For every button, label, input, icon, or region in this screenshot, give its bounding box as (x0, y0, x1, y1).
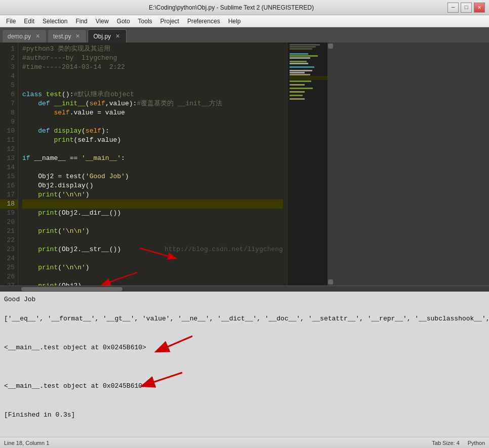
output-line-13: [Finished in 0.3s] (4, 410, 485, 420)
menu-help[interactable]: Help (224, 17, 245, 26)
code-line-1: #python3 类的实现及其运用 (22, 45, 283, 54)
tab-obj-py[interactable]: Obj.py ✕ (88, 29, 127, 43)
code-line-19: print(Obj2.__dir__()) (22, 209, 283, 218)
menubar: File Edit Selection Find View Goto Tools… (0, 15, 489, 27)
tab-bar: demo.py ✕ test.py ✕ Obj.py ✕ (0, 27, 489, 43)
code-line-24 (22, 254, 283, 263)
code-line-7: def __init__(self,value):#覆盖基类的 __init__… (22, 99, 283, 108)
code-line-8: self.value = value (22, 108, 283, 117)
menu-preferences[interactable]: Preferences (183, 17, 224, 26)
tab-label: Obj.py (93, 33, 111, 40)
statusbar-right: Tab Size: 4 Python (432, 440, 485, 446)
tab-close-icon[interactable]: ✕ (34, 33, 41, 40)
menu-view[interactable]: View (92, 17, 113, 26)
titlebar-title: E:\Coding\python\Obj.py - Sublime Text 2… (15, 4, 447, 11)
code-line-12 (22, 145, 283, 154)
code-line-15: Obj2 = test('Good Job') (22, 172, 283, 181)
output-line-4 (4, 323, 485, 333)
code-line-21: print('\n\n') (22, 227, 283, 236)
status-position: Line 18, Column 1 (4, 440, 49, 446)
code-content[interactable]: #python3 类的实现及其运用 #author----by liygchen… (18, 43, 287, 286)
menu-goto[interactable]: Goto (113, 17, 134, 26)
status-language: Python (468, 440, 485, 446)
menu-file[interactable]: File (2, 17, 20, 26)
menu-project[interactable]: Project (156, 17, 183, 26)
menu-tools[interactable]: Tools (134, 17, 156, 26)
output-line-10: <__main__.test object at 0x0245B610> (4, 381, 485, 391)
output-line-2 (4, 304, 485, 314)
tab-close-icon[interactable]: ✕ (74, 33, 81, 40)
code-editor[interactable]: 1 2 3 4 5 6 7 8 9 10 11 12 13 14 15 16 1… (0, 43, 328, 286)
line-numbers: 1 2 3 4 5 6 7 8 9 10 11 12 13 14 15 16 1… (0, 43, 18, 286)
output-line-11 (4, 391, 485, 400)
output-line-12 (4, 400, 485, 410)
code-line-13: if __name__ == '__main__': (22, 154, 283, 163)
window-controls: ─ □ ✕ (447, 3, 485, 13)
tab-label: test.py (53, 33, 71, 40)
code-line-3: #time-----2014-03-14 2:22 (22, 63, 283, 72)
tab-demo-py[interactable]: demo.py ✕ (2, 29, 47, 43)
code-line-5 (22, 81, 283, 90)
vertical-scrollbar[interactable] (328, 43, 334, 286)
editor-wrapper: 1 2 3 4 5 6 7 8 9 10 11 12 13 14 15 16 1… (0, 43, 489, 286)
output-line-8 (4, 362, 485, 372)
code-line-22 (22, 236, 283, 245)
output-line-9 (4, 372, 485, 381)
code-line-20 (22, 218, 283, 227)
output-line-3: ['__eq__', '__format__', '__gt__', 'valu… (4, 314, 485, 323)
status-tabsize: Tab Size: 4 (432, 440, 459, 446)
output-line-6: <__main__.test object at 0x0245B610> (4, 343, 485, 352)
code-line-17: print('\n\n') (22, 190, 283, 199)
output-line-7 (4, 352, 485, 362)
code-line-27: print(Obj2) (22, 281, 283, 286)
code-line-14 (22, 163, 283, 172)
output-panel: Good Job ['__eq__', '__format__', '__gt_… (0, 292, 489, 437)
minimap (287, 43, 328, 286)
code-line-23: print(Obj2.__str__()) http://blog.csdn.n… (22, 245, 283, 254)
output-line-5 (4, 333, 485, 343)
menu-selection[interactable]: Selection (38, 17, 71, 26)
code-line-16: Obj2.display() (22, 181, 283, 190)
code-line-2: #author----by liygcheng (22, 54, 283, 63)
minimize-button[interactable]: ─ (447, 3, 459, 13)
tab-label: demo.py (8, 33, 31, 40)
code-line-10: def display(self): (22, 127, 283, 136)
statusbar: Line 18, Column 1 Tab Size: 4 Python (0, 437, 489, 448)
main-container: File Edit Selection Find View Goto Tools… (0, 15, 489, 448)
horizontal-scrollbar[interactable] (0, 286, 489, 292)
close-button[interactable]: ✕ (474, 3, 485, 13)
code-line-18 (22, 199, 283, 209)
scrollbar-thumb[interactable] (21, 287, 123, 291)
output-line-1: Good Job (4, 295, 485, 304)
tab-test-py[interactable]: test.py ✕ (48, 29, 87, 43)
code-line-26 (22, 272, 283, 281)
code-line-4 (22, 72, 283, 81)
code-line-11: print(self.value) (22, 136, 283, 145)
menu-find[interactable]: Find (71, 17, 91, 26)
maximize-button[interactable]: □ (461, 3, 472, 13)
titlebar: E:\Coding\python\Obj.py - Sublime Text 2… (0, 0, 489, 15)
code-line-25: print('\n\n') (22, 263, 283, 272)
tab-close-icon[interactable]: ✕ (114, 33, 121, 40)
code-line-6: class test():#默认继承自object (22, 90, 283, 99)
code-line-9 (22, 117, 283, 127)
menu-edit[interactable]: Edit (20, 17, 38, 26)
